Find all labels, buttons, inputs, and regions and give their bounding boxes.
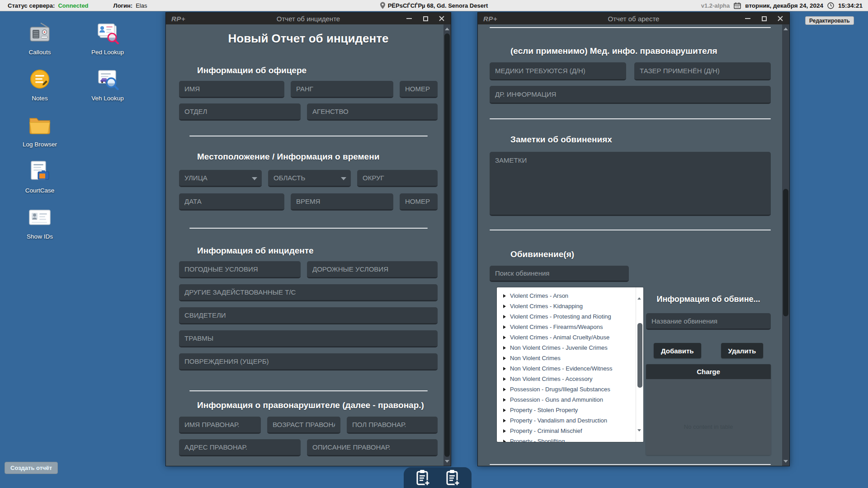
date-field[interactable]: [179, 193, 284, 211]
desktop-icon-label: Log Browser: [23, 141, 57, 148]
street-dropdown[interactable]: [179, 170, 262, 187]
list-scrollbar[interactable]: [636, 287, 643, 442]
charge-category-row[interactable]: Possession - Guns and Ammunition: [497, 394, 643, 405]
road-conditions-field[interactable]: [307, 261, 438, 278]
calendar-icon: [734, 2, 741, 9]
expand-arrow-icon[interactable]: [503, 346, 506, 350]
charge-search-input[interactable]: [490, 266, 629, 282]
desktop-icon-notes[interactable]: Notes: [15, 67, 65, 102]
charge-category-row[interactable]: Property - Stolen Property: [497, 405, 643, 415]
offender-description-field[interactable]: [307, 439, 438, 456]
charge-category-row[interactable]: Property - Criminal Mischief: [497, 426, 643, 436]
area-select[interactable]: [268, 170, 351, 187]
version-label: v1.2-alpha: [701, 2, 730, 9]
time-field[interactable]: [291, 193, 393, 211]
incident-window-titlebar[interactable]: RP+ Отчет об инциденте: [166, 13, 451, 24]
offender-gender-field[interactable]: [347, 417, 438, 434]
expand-arrow-icon[interactable]: [503, 440, 506, 442]
expand-arrow-icon[interactable]: [503, 398, 506, 402]
expand-arrow-icon[interactable]: [503, 325, 506, 329]
charge-category-row[interactable]: Violent Crimes - Protesting and Rioting: [497, 311, 643, 322]
officer-name-field[interactable]: [179, 81, 284, 98]
other-vehicles-field[interactable]: [179, 284, 438, 301]
charge-category-row[interactable]: Possession - Drugs/Illegal Substances: [497, 384, 643, 394]
charge-category-row[interactable]: Violent Crimes - Arson: [497, 291, 643, 301]
maximize-button[interactable]: [760, 15, 768, 22]
create-report-button[interactable]: Создать отчёт: [5, 462, 58, 474]
charge-category-row[interactable]: Non Violent Crimes - Accessory: [497, 374, 643, 384]
area-dropdown[interactable]: [268, 170, 351, 187]
window-scrollbar[interactable]: [443, 24, 451, 466]
expand-arrow-icon[interactable]: [503, 336, 506, 339]
scroll-down-icon[interactable]: [637, 432, 641, 440]
remove-charge-button[interactable]: Удалить: [721, 343, 764, 358]
desktop-icon-veh-lookup[interactable]: Veh Lookup: [83, 67, 132, 102]
incident-number-field[interactable]: [400, 193, 438, 211]
medics-required-field[interactable]: [490, 62, 626, 80]
charge-category-row[interactable]: Property - Vandalism and Destruction: [497, 415, 643, 426]
charge-category-row[interactable]: Violent Crimes - Kidnapping: [497, 301, 643, 311]
offender-age-field[interactable]: [267, 417, 340, 434]
offender-name-field[interactable]: [179, 417, 261, 434]
expand-arrow-icon[interactable]: [503, 419, 506, 422]
charge-category-row[interactable]: Non Violent Crimes - Juvenile Crimes: [497, 343, 643, 353]
weather-conditions-field[interactable]: [179, 261, 301, 278]
charge-notes-textarea[interactable]: [490, 152, 771, 216]
scroll-down-icon[interactable]: [443, 458, 451, 465]
expand-arrow-icon[interactable]: [503, 367, 506, 371]
expand-arrow-icon[interactable]: [503, 357, 506, 360]
expand-arrow-icon[interactable]: [503, 408, 506, 412]
close-button[interactable]: [777, 15, 784, 22]
scroll-down-icon[interactable]: [782, 458, 789, 465]
arrest-window-titlebar[interactable]: RP+ Отчет об аресте: [478, 13, 789, 24]
officer-rank-field[interactable]: [291, 81, 393, 98]
scrollbar-thumb[interactable]: [637, 323, 642, 388]
charge-category-row[interactable]: Property - Shoplifting: [497, 436, 643, 442]
officer-agency-field[interactable]: [307, 103, 438, 121]
expand-arrow-icon[interactable]: [503, 429, 506, 433]
district-field[interactable]: [357, 170, 438, 187]
charge-category-row[interactable]: Non Violent Crimes - Evidence/Witness: [497, 363, 643, 374]
add-charge-button[interactable]: Добавить: [654, 343, 701, 358]
id-card-icon: [28, 205, 52, 230]
witnesses-field[interactable]: [179, 307, 438, 324]
injuries-field[interactable]: [179, 330, 438, 347]
scroll-up-icon[interactable]: [637, 290, 641, 298]
desktop-icon-show-ids[interactable]: Show IDs: [15, 205, 65, 240]
expand-arrow-icon[interactable]: [503, 315, 506, 319]
other-info-field[interactable]: [490, 86, 771, 104]
expand-arrow-icon[interactable]: [503, 377, 506, 381]
expand-arrow-icon[interactable]: [503, 305, 506, 308]
desktop-icon-courtcase[interactable]: CourtCase: [15, 159, 65, 194]
expand-arrow-icon[interactable]: [503, 294, 506, 298]
charge-category-row[interactable]: Non Violent Crimes: [497, 353, 643, 363]
taser-used-field[interactable]: [634, 62, 771, 80]
maximize-button[interactable]: [422, 15, 429, 22]
window-scrollbar[interactable]: [782, 24, 789, 466]
scroll-up-icon[interactable]: [782, 25, 789, 33]
scrollbar-thumb[interactable]: [444, 33, 450, 457]
minimize-button[interactable]: [744, 15, 751, 22]
desktop-icon-log-browser[interactable]: Log Browser: [15, 113, 65, 148]
charge-category-row[interactable]: Violent Crimes - Animal Cruelty/Abuse: [497, 332, 643, 343]
charge-category-row[interactable]: Violent Crimes - Firearms/Weapons: [497, 322, 643, 332]
close-button[interactable]: [438, 15, 445, 22]
scroll-up-icon[interactable]: [443, 25, 451, 33]
desktop-icon-ped-lookup[interactable]: Ped Lookup: [83, 21, 132, 56]
scrollbar-thumb[interactable]: [783, 189, 788, 316]
notes-icon: [28, 67, 52, 91]
edit-button[interactable]: Редактировать: [805, 16, 854, 25]
offender-address-field[interactable]: [179, 439, 301, 456]
server-status-value: Connected: [58, 2, 88, 9]
new-report-icon[interactable]: [445, 469, 460, 486]
charge-name-input[interactable]: [646, 313, 771, 330]
desktop-icon-callouts[interactable]: Callouts: [15, 21, 65, 56]
damage-field[interactable]: [179, 353, 438, 371]
new-report-icon[interactable]: [415, 469, 430, 486]
expand-arrow-icon[interactable]: [503, 388, 506, 391]
street-select[interactable]: [179, 170, 262, 187]
officer-number-field[interactable]: [400, 81, 438, 98]
officer-department-field[interactable]: [179, 103, 301, 121]
charges-category-list[interactable]: Violent Crimes - Arson Violent Crimes - …: [497, 287, 643, 442]
minimize-button[interactable]: [406, 15, 413, 22]
